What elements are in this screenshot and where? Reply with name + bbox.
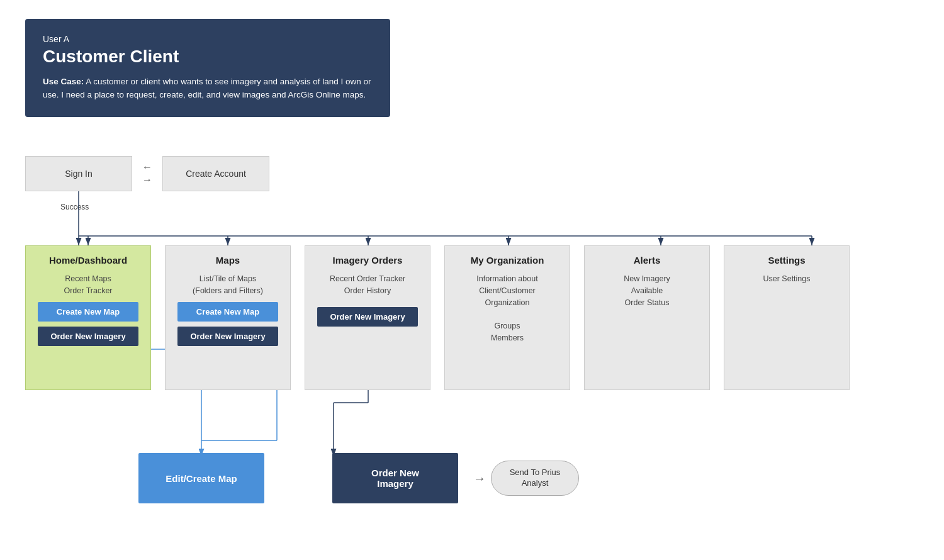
arrow-to-prius-icon: → [473,471,486,486]
arrow-left-icon: → [142,174,152,186]
nav-box-home: Home/Dashboard Recent MapsOrder Tracker … [25,245,151,390]
settings-subtitle: User Settings [763,273,810,285]
home-subtitle: Recent MapsOrder Tracker [64,273,112,297]
maps-create-map-button[interactable]: Create New Map [177,302,278,322]
maps-subtitle: List/Tile of Maps(Folders and Filters) [193,273,263,297]
nav-box-settings: Settings User Settings [724,245,850,390]
nav-box-maps: Maps List/Tile of Maps(Folders and Filte… [165,245,291,390]
user-label: User A [43,34,373,44]
imagery-orders-button[interactable]: Order New Imagery [317,307,418,327]
maps-order-imagery-button[interactable]: Order New Imagery [177,327,278,346]
home-order-imagery-button[interactable]: Order New Imagery [38,327,138,346]
use-case-text: Use Case: A customer or client who wants… [43,76,373,102]
nav-box-imagery-orders: Imagery Orders Recent Order TrackerOrder… [305,245,430,390]
order-new-imagery-box[interactable]: Order NewImagery [332,453,458,503]
send-to-prius-box[interactable]: Send To PriusAnalyst [491,461,579,496]
sign-in-box[interactable]: Sign In [25,156,132,191]
my-org-title: My Organization [471,255,544,266]
imagery-orders-title: Imagery Orders [333,255,403,266]
card-title: Customer Client [43,47,373,67]
nav-box-alerts: Alerts New ImageryAvailableOrder Status [584,245,710,390]
auth-row: Sign In ← → Create Account [25,156,269,191]
info-card: User A Customer Client Use Case: A custo… [25,19,390,117]
diagram-container: User A Customer Client Use Case: A custo… [0,0,944,560]
auth-arrows: ← → [132,156,162,191]
bottom-boxes: Edit/Create Map Order NewImagery → Send … [138,453,579,503]
nav-boxes: Home/Dashboard Recent MapsOrder Tracker … [25,245,850,390]
create-account-box[interactable]: Create Account [162,156,269,191]
arrow-right-icon: ← [142,162,152,173]
settings-title: Settings [768,255,805,266]
home-create-map-button[interactable]: Create New Map [38,302,138,322]
edit-create-map-box[interactable]: Edit/Create Map [138,453,264,503]
my-org-subtitle: Information aboutClient/CustomerOrganiza… [476,273,537,344]
maps-title: Maps [216,255,240,266]
nav-box-my-org: My Organization Information aboutClient/… [444,245,570,390]
home-title: Home/Dashboard [49,255,127,266]
imagery-orders-subtitle: Recent Order TrackerOrder History [330,273,405,297]
alerts-subtitle: New ImageryAvailableOrder Status [624,273,670,308]
alerts-title: Alerts [634,255,661,266]
success-label: Success [60,203,89,211]
